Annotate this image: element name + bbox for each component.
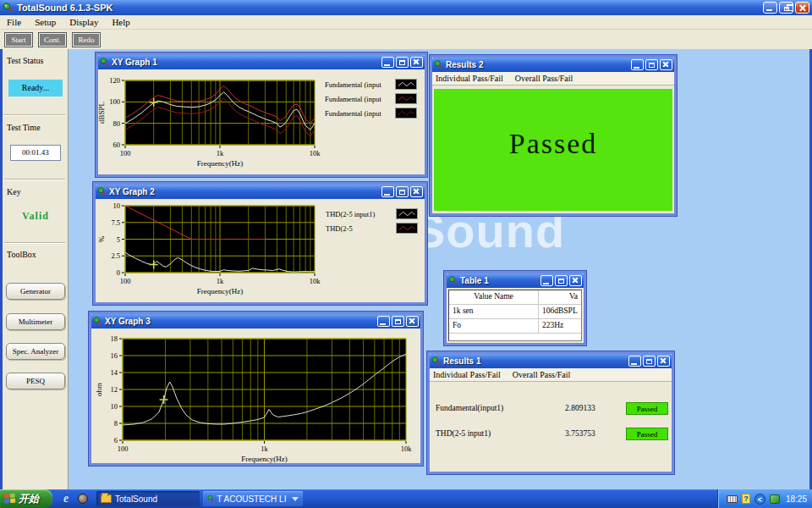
start-label: 开始 — [19, 492, 39, 506]
minimize-button[interactable] — [377, 316, 390, 327]
svg-text:Frequency(Hz): Frequency(Hz) — [197, 287, 243, 295]
main-titlebar[interactable]: TotalSound 6.1.3-SPK — [0, 0, 812, 15]
minimize-button[interactable] — [381, 57, 394, 68]
minimize-icon — [543, 283, 549, 284]
close-button[interactable] — [410, 57, 423, 68]
minimize-button[interactable] — [631, 59, 644, 70]
minimize-button[interactable] — [763, 2, 777, 14]
minimize-button[interactable] — [628, 356, 641, 367]
internet-explorer-icon[interactable]: e — [59, 492, 73, 505]
app-icon — [97, 187, 107, 196]
restore-button[interactable] — [779, 2, 793, 14]
menu-overall-pass-fail[interactable]: Overall Pass/Fail — [515, 74, 573, 83]
menu-individual-pass-fail[interactable]: Individual Pass/Fail — [433, 370, 501, 379]
taskbar-item-totalsound[interactable]: TotalSound — [96, 491, 200, 506]
close-button[interactable] — [569, 275, 582, 286]
quick-launch-app-icon[interactable] — [76, 492, 90, 505]
minimize-button[interactable] — [540, 275, 553, 286]
svg-text:1k: 1k — [261, 444, 268, 453]
redo-button[interactable]: Redo — [73, 33, 100, 47]
taskbar-item-acoustech[interactable]: T ACOUSTECH LIM... — [203, 491, 303, 506]
xy-graph-2-titlebar[interactable]: XY Graph 2 — [96, 185, 425, 199]
svg-text:10k: 10k — [401, 444, 413, 453]
line-style-icon — [395, 108, 417, 119]
menu-individual-pass-fail[interactable]: Individual Pass/Fail — [436, 74, 503, 83]
close-button[interactable] — [660, 59, 672, 70]
results-2-menubar: Individual Pass/Fail Overall Pass/Fail — [432, 72, 674, 86]
svg-text:1k: 1k — [217, 149, 224, 157]
close-button[interactable] — [795, 2, 809, 14]
system-tray: ? < 18:25 — [717, 489, 812, 508]
overall-result-text: Passed — [509, 128, 598, 160]
xy-graph-3-plot[interactable]: 6810121416181001k10kFrequency(Hz)ohm — [91, 329, 420, 463]
svg-text:14: 14 — [111, 368, 118, 377]
legend-item[interactable]: Fundamental (input — [325, 106, 417, 120]
separator — [4, 242, 65, 244]
audio-device-icon[interactable] — [770, 494, 780, 504]
minimize-icon — [384, 194, 390, 196]
table-row[interactable]: Fo 223Hz — [449, 319, 581, 334]
menu-file[interactable]: File — [0, 16, 28, 28]
line-style-icon — [395, 79, 417, 90]
menu-help[interactable]: Help — [105, 16, 136, 28]
legend-label: THD(2-5 — [326, 224, 396, 233]
legend-item[interactable]: THD(2-5 — [326, 221, 418, 235]
pesq-button[interactable]: PESQ — [6, 373, 65, 389]
table-1-titlebar[interactable]: Table 1 — [447, 273, 584, 288]
multimeter-button[interactable]: Multimeter — [6, 313, 65, 330]
keyboard-icon[interactable] — [727, 495, 738, 503]
result-row: THD(2-5 input1) 3.753753 Passed — [430, 429, 672, 443]
maximize-icon — [649, 63, 655, 68]
menu-setup[interactable]: Setup — [28, 16, 63, 28]
menu-overall-pass-fail[interactable]: Overall Pass/Fail — [513, 370, 571, 379]
sidebar: Test Status Ready... Test Time 00:01.43 … — [3, 49, 69, 489]
measurement-name: THD(2-5 input1) — [436, 429, 491, 438]
maximize-button-disabled — [645, 59, 658, 70]
maximize-button[interactable] — [396, 57, 409, 68]
close-button[interactable] — [406, 316, 419, 327]
toolbox-label: ToolBox — [7, 250, 36, 259]
spec-analyzer-button[interactable]: Spec. Analyzer — [6, 343, 65, 360]
minimize-button[interactable] — [381, 186, 394, 197]
maximize-button[interactable] — [396, 186, 409, 197]
xy-graph-1-titlebar[interactable]: XY Graph 1 — [98, 55, 425, 69]
svg-text:16: 16 — [111, 351, 118, 360]
value-cell: 223Hz — [539, 319, 581, 333]
task-label: TotalSound — [115, 494, 157, 504]
results-2-titlebar[interactable]: Results 2 — [432, 58, 674, 72]
svg-text:10k: 10k — [310, 277, 321, 285]
table-row[interactable]: 1k sen 106dBSPL — [449, 305, 581, 319]
maximize-button[interactable] — [392, 316, 404, 327]
help-icon[interactable]: ? — [742, 494, 750, 504]
close-button[interactable] — [657, 356, 670, 367]
maximize-button[interactable] — [555, 275, 568, 286]
cont-button[interactable]: Cont. — [39, 33, 66, 47]
close-button[interactable] — [410, 186, 423, 197]
separator — [4, 179, 65, 180]
app-icon — [431, 356, 441, 366]
result-row: Fundamental(input1) 2.809133 Passed — [430, 404, 672, 417]
restore-icon — [784, 7, 789, 11]
menubar: File Setup Display Help — [0, 15, 812, 30]
maximize-icon — [399, 60, 405, 65]
maximize-icon — [399, 190, 405, 195]
chevron-down-icon[interactable] — [292, 497, 299, 501]
xy-graph-3-titlebar[interactable]: XY Graph 3 — [91, 314, 420, 329]
svg-text:5: 5 — [117, 235, 120, 244]
results-2-window: Results 2 Individual Pass/Fail Overall P… — [430, 55, 677, 216]
minimize-icon — [380, 323, 386, 325]
start-test-button[interactable]: Start — [5, 33, 32, 47]
results-1-titlebar[interactable]: Results 1 — [430, 354, 672, 368]
quick-launch: e — [59, 492, 93, 505]
legend-item[interactable]: THD(2-5 input1) — [326, 207, 418, 221]
minimize-icon — [384, 64, 390, 66]
menu-display[interactable]: Display — [63, 16, 105, 28]
legend-item[interactable]: Fundamental (input — [325, 91, 417, 106]
svg-text:6: 6 — [114, 436, 118, 444]
measurement-value: 2.809133 — [565, 404, 595, 412]
language-bar-icon[interactable]: < — [754, 494, 765, 505]
generator-button[interactable]: Generator — [6, 283, 65, 300]
legend-item[interactable]: Fundamental (input — [325, 77, 417, 91]
start-menu-button[interactable]: 开始 — [0, 489, 52, 508]
svg-text:dBSPL: dBSPL — [98, 102, 106, 124]
